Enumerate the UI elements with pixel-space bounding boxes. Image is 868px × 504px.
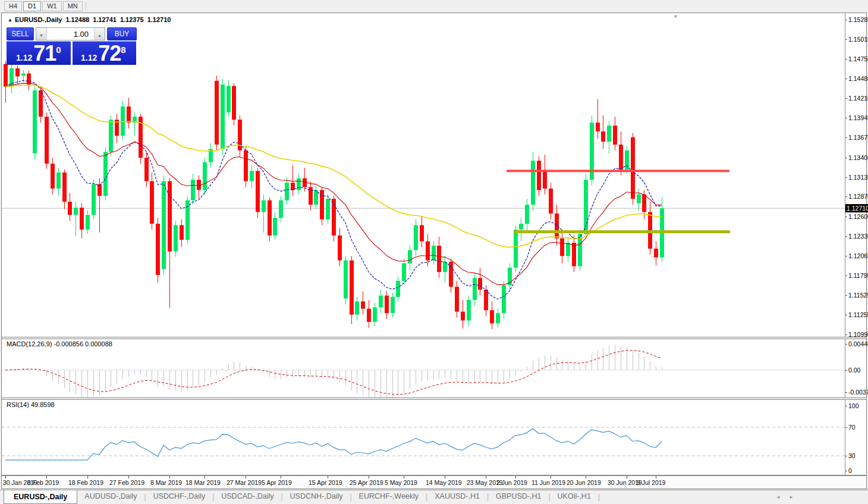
date-tick-mark — [404, 476, 404, 478]
candle-body — [555, 214, 559, 239]
tabs-scroll-left-icon[interactable]: ◄ — [776, 494, 781, 500]
axis-label: 1.12870 — [848, 193, 868, 200]
candle-body — [537, 161, 541, 190]
axis-label: 100 — [848, 402, 859, 409]
tab-usdcad-daily[interactable]: USDCAD-,Daily — [214, 490, 281, 503]
buy-button[interactable]: BUY — [107, 27, 137, 40]
volume-input[interactable] — [47, 28, 94, 40]
current-price-tag: 1.12710 — [845, 204, 868, 212]
tab-usdcnh-daily[interactable]: USDCNH-,Daily — [283, 490, 350, 503]
chart-tab-bar: EURUSD-,DailyAUDUSD-,Daily|USDCHF-,Daily… — [0, 490, 868, 504]
candle-body — [80, 208, 84, 230]
axis-tick-mark — [845, 217, 847, 217]
buy-price-point: 8 — [121, 45, 125, 55]
candle-body — [27, 74, 31, 85]
axis-tick-mark — [845, 427, 847, 428]
candle-body — [103, 152, 108, 196]
candle-body — [391, 297, 395, 313]
tab-eurusd-daily[interactable]: EURUSD-,Daily — [4, 490, 77, 504]
sell-price-point: 0 — [56, 45, 61, 55]
candle-body — [408, 250, 412, 263]
axis-tick-mark — [845, 256, 847, 256]
axis-label: -0.00371 — [848, 389, 868, 396]
candle-body — [642, 195, 646, 212]
axis-tick-mark — [845, 392, 847, 393]
macd-pane[interactable]: MACD(12,26,9) -0.000856 0.000088 — [2, 339, 845, 397]
volume-decrease-button[interactable]: ▼ — [36, 28, 47, 40]
candle-body — [478, 278, 482, 290]
chart-end-marker-icon[interactable]: ▼ — [673, 14, 678, 20]
candle-body — [654, 249, 658, 258]
date-tick-mark — [281, 476, 281, 478]
tabs-scroll-right-icon[interactable]: ► — [789, 494, 794, 500]
candle-body — [86, 215, 90, 230]
axis-tick-mark — [845, 79, 847, 79]
candle-body — [367, 309, 371, 322]
axis-tick-mark — [845, 295, 847, 296]
axis-label: 1.13675 — [848, 134, 868, 141]
candle-body — [355, 302, 359, 315]
candle-body — [525, 205, 529, 224]
volume-increase-button[interactable]: ▲ — [94, 28, 105, 40]
date-axis[interactable]: 30 Jan 20198 Feb 201918 Feb 201927 Feb 2… — [2, 476, 866, 489]
axis-tick-mark — [845, 344, 847, 345]
timeframe-button-w1[interactable]: W1 — [42, 1, 62, 11]
ohlc-low: 1.12375 — [120, 16, 144, 23]
date-tick-mark — [46, 476, 47, 478]
sell-button[interactable]: SELL — [7, 27, 34, 40]
axis-tick-mark — [845, 196, 847, 197]
tab-ukoil-h1[interactable]: UKOil-,H1 — [551, 490, 598, 503]
candle-body — [432, 246, 436, 261]
candle-body — [303, 179, 307, 187]
date-tick-mark — [486, 476, 486, 478]
tab-usdchf-daily[interactable]: USDCHF-,Daily — [146, 490, 213, 503]
candle-body — [56, 173, 61, 189]
rsi-axis[interactable]: 10070300 — [845, 400, 866, 475]
axis-label: 70 — [848, 424, 856, 431]
ohlc-close: 1.12710 — [147, 16, 171, 23]
timeframe-button-mn[interactable]: MN — [63, 1, 83, 11]
candle-body — [426, 242, 430, 261]
timeframe-button-d1[interactable]: D1 — [23, 1, 41, 11]
candle-body — [361, 302, 365, 309]
candle-body — [601, 132, 605, 142]
candle-body — [437, 246, 441, 272]
tab-xauusd-h1[interactable]: XAUUSD-,H1 — [427, 490, 487, 503]
timeframe-button-h4[interactable]: H4 — [4, 1, 22, 11]
axis-label: 0 — [848, 467, 852, 474]
candle-body — [232, 86, 236, 120]
main-chart-pane[interactable]: ▲EURUSD-,Daily1.124881.127411.123751.127… — [2, 13, 845, 337]
candle-body — [191, 180, 195, 201]
candle-body — [68, 202, 72, 215]
candle-body — [203, 162, 207, 190]
candle-body — [543, 171, 547, 189]
rsi-pane[interactable]: RSI(14) 49.8598 — [2, 400, 845, 475]
price-axis[interactable]: 1.152851.150151.147501.144801.142101.139… — [845, 13, 866, 337]
candle-body — [385, 296, 389, 314]
sell-price-display[interactable]: 1.12 71 0 — [7, 41, 71, 65]
axis-label: 1.11255 — [848, 311, 868, 318]
macd-axis[interactable]: 0.0044650.00-0.00371 — [845, 339, 866, 397]
axis-tick-mark — [845, 20, 847, 20]
candle-body — [531, 161, 535, 205]
candle-body — [449, 262, 453, 287]
date-tick-mark — [87, 476, 88, 478]
axis-label: 1.12600 — [848, 213, 868, 220]
candle-body — [596, 123, 600, 132]
tab-gbpusd-h1[interactable]: GBPUSD-,H1 — [489, 490, 548, 503]
date-tick-mark — [445, 476, 445, 478]
tab-audusd-daily[interactable]: AUDUSD-,Daily — [77, 490, 144, 503]
axis-label: 1.10990 — [848, 331, 868, 338]
date-tick-mark — [369, 476, 369, 478]
axis-tick-mark — [845, 236, 847, 237]
axis-tick-mark — [845, 370, 847, 371]
candle-body — [637, 195, 641, 204]
axis-tick-mark — [845, 118, 847, 118]
axis-tick-mark — [845, 276, 847, 276]
collapse-icon[interactable]: ▲ — [8, 17, 12, 23]
tab-eurchf-weekly[interactable]: EURCHF-,Weekly — [352, 490, 426, 503]
buy-price-display[interactable]: 1.12 72 8 — [73, 41, 136, 65]
axis-label: 1.15285 — [848, 16, 868, 23]
candle-body — [92, 184, 96, 215]
axis-label: 1.14750 — [848, 55, 868, 62]
